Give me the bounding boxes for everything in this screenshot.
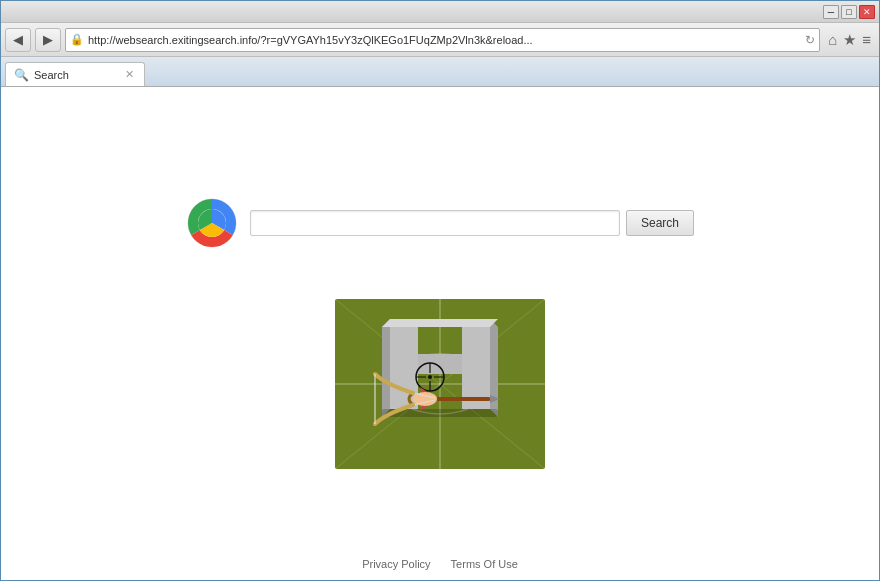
- search-box: Search: [250, 210, 694, 236]
- browser-content: Search: [1, 87, 879, 580]
- close-button[interactable]: ✕: [859, 5, 875, 19]
- svg-rect-8: [390, 319, 418, 409]
- forward-button[interactable]: ▶: [35, 28, 61, 52]
- title-bar-controls: ─ □ ✕: [823, 5, 875, 19]
- search-button[interactable]: Search: [626, 210, 694, 236]
- svg-point-17: [428, 375, 432, 379]
- tab-title: Search: [34, 69, 115, 81]
- menu-button[interactable]: ≡: [862, 31, 871, 48]
- privacy-policy-link[interactable]: Privacy Policy: [362, 558, 430, 570]
- bookmark-button[interactable]: ★: [843, 31, 856, 49]
- tab-close-button[interactable]: ✕: [125, 68, 134, 81]
- browser-window: ─ □ ✕ ◀ ▶ 🔒 ↻ ⌂ ★ ≡ 🔍 Search ✕: [0, 0, 880, 581]
- address-bar[interactable]: 🔒 ↻: [65, 28, 820, 52]
- refresh-button[interactable]: ↻: [805, 33, 815, 47]
- tab-bar: 🔍 Search ✕: [1, 57, 879, 87]
- address-icon: 🔒: [70, 33, 84, 46]
- svg-marker-12: [382, 319, 390, 417]
- search-input[interactable]: [250, 210, 620, 236]
- nav-right-icons: ⌂ ★ ≡: [824, 31, 875, 49]
- nav-bar: ◀ ▶ 🔒 ↻ ⌂ ★ ≡: [1, 23, 879, 57]
- search-section: Search: [186, 197, 694, 249]
- title-bar: ─ □ ✕: [1, 1, 879, 23]
- svg-rect-10: [462, 319, 490, 409]
- minimize-button[interactable]: ─: [823, 5, 839, 19]
- svg-rect-22: [435, 397, 490, 401]
- back-button[interactable]: ◀: [5, 28, 31, 52]
- terms-of-use-link[interactable]: Terms Of Use: [451, 558, 518, 570]
- svg-marker-14: [382, 319, 498, 327]
- tab-favicon-icon: 🔍: [14, 68, 28, 82]
- maximize-button[interactable]: □: [841, 5, 857, 19]
- site-logo: [186, 197, 238, 249]
- home-button[interactable]: ⌂: [828, 31, 837, 48]
- tab-search[interactable]: 🔍 Search ✕: [5, 62, 145, 86]
- footer: Privacy Policy Terms Of Use: [1, 558, 879, 570]
- address-input[interactable]: [88, 34, 801, 46]
- game-image: [335, 299, 545, 469]
